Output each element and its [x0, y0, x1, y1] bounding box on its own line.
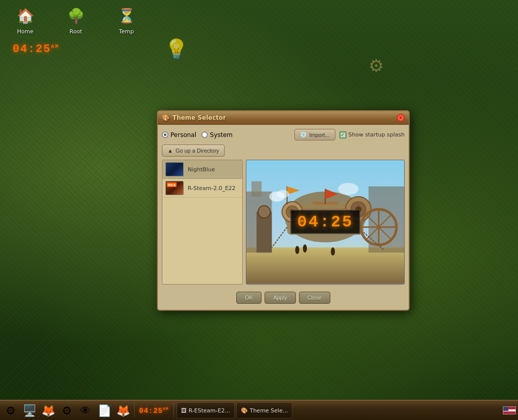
preview-area: 04:25 [246, 160, 405, 285]
taskbar-clock: 04:25AM [137, 406, 171, 415]
radio-personal-option[interactable]: Personal [162, 131, 196, 138]
dialog-title-icon: 🎨 [162, 114, 169, 121]
taskbar-document-icon[interactable]: 📄 [96, 402, 113, 419]
taskbar-app-rsteam-icon: 🖼 [181, 407, 187, 414]
action-buttons: OK Apply Close [162, 289, 405, 306]
show-splash-option[interactable]: ✓ Show startup splash [339, 131, 405, 138]
radio-personal-button[interactable] [162, 131, 168, 138]
desktop-icons: 🏠 Home 🌳 Root ⏳ Temp [10, 5, 142, 35]
show-splash-label: Show startup splash [349, 131, 405, 138]
radio-system-option[interactable]: System [201, 131, 233, 138]
radio-system-label: System [210, 131, 233, 138]
taskbar-app-theme-selector[interactable]: 🎨 Theme Sele... [236, 402, 293, 418]
taskbar-app-theme-label: Theme Sele... [250, 407, 288, 414]
theme-list: NightBlue 04:4 R-Steam-2.0_E22 [162, 160, 243, 285]
desktop-clock: 04:25AM [13, 43, 59, 56]
nightblue-label: NightBlue [188, 166, 215, 173]
go-up-directory-button[interactable]: ▲ Go up a Directory [162, 145, 225, 157]
apply-button[interactable]: Apply [265, 292, 296, 304]
taskbar-files-icon[interactable]: 🖥️ [21, 402, 38, 419]
svg-point-27 [303, 245, 307, 253]
taskbar-app-theme-icon: 🎨 [241, 407, 248, 414]
controls-row: Personal System 💿 Import... ✓ Show start… [162, 129, 405, 141]
radio-personal-label: Personal [170, 131, 196, 138]
show-splash-checkbox[interactable]: ✓ [339, 131, 347, 138]
theme-item-rsteam[interactable]: 04:4 R-Steam-2.0_E22 [162, 179, 242, 198]
import-button[interactable]: 💿 Import... [294, 129, 335, 141]
taskbar-app-rsteam-label: R-ESteam-E2... [189, 407, 230, 414]
taskbar-separator-2 [174, 403, 174, 417]
svg-rect-1 [246, 248, 404, 283]
taskbar-app-rsteam[interactable]: 🖼 R-ESteam-E2... [177, 402, 235, 418]
preview-scene: 04:25 [246, 160, 404, 284]
theme-selector-dialog: 🎨 Theme Selector ✕ Personal System [157, 110, 410, 311]
desktop-icon-home[interactable]: 🏠 Home [10, 5, 40, 35]
preview-clock: 04:25 [290, 210, 360, 234]
ok-button[interactable]: OK [236, 292, 262, 304]
language-flag-icon[interactable] [503, 406, 516, 414]
gear-deco-icon: ⚙️ [369, 56, 384, 76]
theme-item-nightblue[interactable]: NightBlue [162, 160, 242, 179]
svg-point-28 [331, 248, 335, 256]
taskbar-settings-icon[interactable]: ⚙ [58, 402, 75, 419]
rsteam-thumbnail: 04:4 [165, 181, 184, 195]
dialog-close-button[interactable]: ✕ [397, 114, 405, 122]
taskbar-eye-icon[interactable]: 👁 [77, 402, 94, 419]
rsteam-label: R-Steam-2.0_E22 [188, 185, 236, 192]
taskbar-menu-icon[interactable]: ⚙️ [2, 402, 19, 419]
nightblue-thumbnail [165, 162, 184, 176]
taskbar-browser-icon[interactable]: 🦊 [39, 402, 57, 419]
desktop-icon-temp-label: Temp [119, 28, 134, 35]
svg-point-26 [295, 246, 299, 254]
desktop: 🏠 Home 🌳 Root ⏳ Temp 💡 ⚙️ 04:25AM 🎨 Them… [0, 0, 518, 420]
home-icon: 🏠 [15, 5, 36, 26]
temp-icon: ⏳ [116, 5, 137, 26]
up-arrow-icon: ▲ [167, 148, 173, 154]
dialog-content: Personal System 💿 Import... ✓ Show start… [158, 125, 409, 310]
import-icon: 💿 [300, 131, 307, 138]
desktop-icon-root[interactable]: 🌳 Root [61, 5, 91, 35]
dialog-title-text: Theme Selector [172, 114, 226, 121]
taskbar: ⚙️ 🖥️ 🦊 ⚙ 👁 📄 🦊 04:25AM 🖼 R-ESteam-E2...… [0, 400, 518, 420]
svg-point-30 [277, 190, 289, 198]
svg-point-25 [258, 206, 270, 218]
taskbar-separator-1 [134, 403, 135, 417]
desktop-icon-temp[interactable]: ⏳ Temp [111, 5, 142, 35]
close-button[interactable]: Close [299, 292, 330, 304]
dialog-titlebar: 🎨 Theme Selector ✕ [158, 111, 409, 125]
svg-point-31 [338, 183, 358, 195]
desktop-icon-home-label: Home [17, 28, 33, 35]
lightbulb-deco-icon: 💡 [164, 38, 188, 60]
theme-list-empty [162, 198, 242, 243]
svg-rect-3 [251, 181, 262, 197]
dialog-main: NightBlue 04:4 R-Steam-2.0_E22 [162, 160, 405, 285]
taskbar-browser2-icon[interactable]: 🦊 [114, 402, 132, 419]
desktop-icon-root-label: Root [70, 28, 82, 35]
root-icon: 🌳 [65, 5, 87, 26]
radio-system-button[interactable] [201, 131, 208, 138]
